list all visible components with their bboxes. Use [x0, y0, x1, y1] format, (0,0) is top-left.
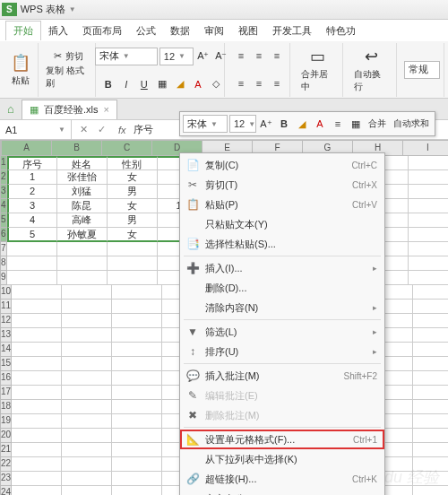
- cell[interactable]: [413, 300, 448, 314]
- fx-icon[interactable]: fx: [118, 125, 126, 135]
- cell[interactable]: [7, 256, 57, 271]
- cell[interactable]: [409, 242, 448, 256]
- cell[interactable]: [62, 400, 112, 414]
- number-format-combo[interactable]: 常规: [404, 61, 440, 79]
- cell[interactable]: 2: [7, 185, 57, 199]
- context-item[interactable]: 📄复制(C)Ctrl+C: [180, 155, 384, 175]
- row-header[interactable]: 24: [0, 486, 12, 495]
- context-item[interactable]: 定义名称(A)...: [180, 489, 384, 495]
- cell[interactable]: [12, 486, 62, 495]
- cell[interactable]: [62, 371, 112, 386]
- context-item[interactable]: 删除(D)...: [180, 278, 384, 298]
- cell[interactable]: [7, 271, 57, 285]
- italic-button[interactable]: I: [118, 76, 134, 92]
- cell[interactable]: [7, 242, 57, 256]
- cell[interactable]: [409, 256, 448, 271]
- row-header[interactable]: 2: [0, 170, 7, 185]
- align-right-icon[interactable]: ≡: [269, 75, 285, 91]
- row-header[interactable]: 21: [0, 443, 12, 457]
- cell[interactable]: [112, 400, 162, 414]
- context-item[interactable]: ✂剪切(T)Ctrl+X: [180, 175, 384, 195]
- cell[interactable]: [62, 443, 112, 457]
- cell[interactable]: [12, 386, 62, 400]
- cell[interactable]: 1: [7, 170, 57, 185]
- cell[interactable]: [57, 256, 108, 271]
- menu-tab-4[interactable]: 数据: [163, 22, 197, 40]
- row-header[interactable]: 4: [0, 199, 7, 213]
- cell[interactable]: 高峰: [57, 213, 108, 228]
- cell[interactable]: [12, 472, 62, 486]
- mini-merge-button[interactable]: 合并: [366, 117, 389, 130]
- row-header[interactable]: 22: [0, 457, 12, 472]
- menu-tab-8[interactable]: 特色功: [319, 22, 363, 40]
- menu-tab-5[interactable]: 审阅: [197, 22, 231, 40]
- copy-format-label[interactable]: 复制 格式刷: [46, 65, 91, 90]
- close-tab-icon[interactable]: ×: [104, 104, 109, 115]
- home-icon[interactable]: ⌂: [0, 102, 22, 116]
- fill-color-button[interactable]: ◢: [172, 76, 188, 92]
- cell[interactable]: [108, 256, 158, 271]
- font-color-button[interactable]: A: [190, 76, 206, 92]
- cell[interactable]: [112, 429, 162, 443]
- row-header[interactable]: 16: [0, 371, 12, 386]
- cell[interactable]: 张佳怡: [57, 170, 108, 185]
- cell[interactable]: [413, 486, 448, 495]
- cell[interactable]: [108, 242, 158, 256]
- row-header[interactable]: 14: [0, 343, 12, 357]
- cell[interactable]: [413, 285, 448, 300]
- formula-value[interactable]: 序号: [134, 123, 153, 136]
- cell[interactable]: [409, 156, 448, 170]
- context-item[interactable]: ➕插入(I)...▸: [180, 258, 384, 278]
- name-box[interactable]: A1▼: [0, 120, 72, 139]
- cell[interactable]: 序号: [7, 156, 57, 170]
- cell[interactable]: [112, 328, 162, 343]
- cell[interactable]: [62, 472, 112, 486]
- cell[interactable]: [12, 443, 62, 457]
- align-top-icon[interactable]: ≡: [233, 48, 249, 64]
- cell[interactable]: [413, 472, 448, 486]
- cell[interactable]: [12, 285, 62, 300]
- cell[interactable]: [413, 343, 448, 357]
- row-header[interactable]: 20: [0, 429, 12, 443]
- cell[interactable]: [57, 242, 108, 256]
- cell[interactable]: 刘猛: [57, 185, 108, 199]
- align-left-icon[interactable]: ≡: [233, 75, 249, 91]
- col-header[interactable]: B: [52, 140, 102, 156]
- cell[interactable]: [409, 185, 448, 199]
- cell[interactable]: [112, 300, 162, 314]
- clear-format-button[interactable]: ◇: [208, 76, 224, 92]
- mini-bold-button[interactable]: B: [276, 116, 292, 132]
- cell[interactable]: [62, 429, 112, 443]
- cell[interactable]: [12, 328, 62, 343]
- cell[interactable]: [62, 357, 112, 371]
- mini-border-icon[interactable]: ▦: [348, 116, 364, 132]
- mini-fill-icon[interactable]: ◢: [294, 116, 310, 132]
- wrap-text-button[interactable]: ↩ 自动换行: [350, 45, 392, 95]
- mini-font-color-icon[interactable]: A: [312, 116, 328, 132]
- menu-tab-2[interactable]: 页面布局: [75, 22, 129, 40]
- row-header[interactable]: 8: [0, 256, 7, 271]
- cell[interactable]: [112, 472, 162, 486]
- document-tab[interactable]: ▦ 百度经验.xls ×: [22, 100, 117, 119]
- mini-autosum-button[interactable]: 自动求和: [391, 117, 432, 130]
- cell[interactable]: [413, 443, 448, 457]
- cell[interactable]: 4: [7, 213, 57, 228]
- cancel-formula-icon[interactable]: ✕: [75, 122, 91, 138]
- row-header[interactable]: 13: [0, 328, 12, 343]
- increase-font-icon[interactable]: A⁺: [195, 48, 211, 65]
- cell[interactable]: [62, 314, 112, 328]
- font-size-combo[interactable]: 12▼: [159, 48, 194, 65]
- cell[interactable]: 女: [108, 228, 158, 242]
- cut-icon[interactable]: ✂: [54, 50, 62, 62]
- context-item[interactable]: 🔗超链接(H)...Ctrl+K: [180, 469, 384, 489]
- mini-font-combo[interactable]: 宋体▼: [183, 115, 228, 133]
- cell[interactable]: [112, 414, 162, 429]
- mini-increase-font-icon[interactable]: A⁺: [258, 116, 274, 132]
- cell[interactable]: 女: [108, 170, 158, 185]
- cell[interactable]: 孙敏夏: [57, 228, 108, 242]
- title-dropdown-icon[interactable]: ▼: [69, 5, 76, 13]
- cell[interactable]: [112, 386, 162, 400]
- cell[interactable]: [409, 271, 448, 285]
- menu-tab-6[interactable]: 视图: [231, 22, 265, 40]
- cell[interactable]: 陈昆: [57, 199, 108, 213]
